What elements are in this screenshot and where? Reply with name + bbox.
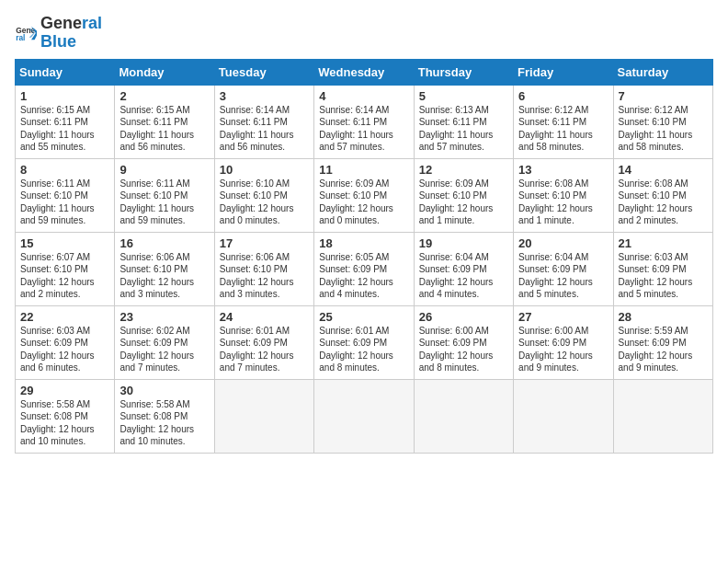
header-monday: Monday (115, 59, 214, 85)
day-info-15: Sunrise: 6:07 AMSunset: 6:10 PMDaylight:… (20, 251, 109, 301)
day-info-4: Sunrise: 6:14 AMSunset: 6:11 PMDaylight:… (319, 104, 408, 154)
day-info-29: Sunrise: 5:58 AMSunset: 6:08 PMDaylight:… (20, 398, 109, 448)
day-cell-17: 17Sunrise: 6:06 AMSunset: 6:10 PMDayligh… (214, 232, 313, 305)
day-cell-12: 12Sunrise: 6:09 AMSunset: 6:10 PMDayligh… (414, 158, 513, 232)
day-info-22: Sunrise: 6:03 AMSunset: 6:09 PMDaylight:… (20, 325, 109, 374)
day-cell-5: 5Sunrise: 6:13 AMSunset: 6:11 PMDaylight… (414, 85, 513, 158)
day-number-25: 25 (319, 310, 408, 324)
day-number-12: 12 (419, 163, 508, 177)
day-info-19: Sunrise: 6:04 AMSunset: 6:09 PMDaylight:… (419, 251, 508, 301)
day-number-26: 26 (419, 310, 508, 324)
day-number-28: 28 (619, 310, 708, 324)
day-number-18: 18 (319, 236, 408, 250)
day-number-19: 19 (419, 236, 508, 250)
day-number-16: 16 (119, 236, 209, 250)
empty-cell (314, 379, 414, 453)
week-row-2: 8Sunrise: 6:11 AMSunset: 6:10 PMDaylight… (16, 158, 713, 232)
day-cell-16: 16Sunrise: 6:06 AMSunset: 6:10 PMDayligh… (115, 232, 214, 305)
week-row-1: 1Sunrise: 6:15 AMSunset: 6:11 PMDaylight… (16, 85, 713, 158)
logo-icon: Gene ral (15, 22, 37, 44)
day-number-30: 30 (119, 384, 209, 397)
header-wednesday: Wednesday (314, 59, 414, 85)
day-number-2: 2 (119, 89, 209, 103)
day-number-27: 27 (518, 310, 608, 324)
empty-cell (613, 379, 712, 453)
week-row-3: 15Sunrise: 6:07 AMSunset: 6:10 PMDayligh… (16, 232, 713, 305)
day-number-9: 9 (119, 163, 209, 177)
day-cell-28: 28Sunrise: 5:59 AMSunset: 6:09 PMDayligh… (613, 305, 712, 379)
day-info-6: Sunrise: 6:12 AMSunset: 6:11 PMDaylight:… (518, 104, 608, 154)
logo: Gene ral GeneralBlue (15, 15, 102, 52)
day-number-24: 24 (220, 310, 309, 324)
day-info-13: Sunrise: 6:08 AMSunset: 6:10 PMDaylight:… (518, 178, 608, 227)
day-info-23: Sunrise: 6:02 AMSunset: 6:09 PMDaylight:… (119, 325, 209, 374)
day-cell-22: 22Sunrise: 6:03 AMSunset: 6:09 PMDayligh… (16, 305, 115, 379)
day-cell-20: 20Sunrise: 6:04 AMSunset: 6:09 PMDayligh… (514, 232, 613, 305)
day-number-5: 5 (419, 89, 508, 103)
day-info-17: Sunrise: 6:06 AMSunset: 6:10 PMDaylight:… (220, 251, 309, 301)
day-info-14: Sunrise: 6:08 AMSunset: 6:10 PMDaylight:… (619, 178, 708, 227)
empty-cell (214, 379, 313, 453)
day-cell-14: 14Sunrise: 6:08 AMSunset: 6:10 PMDayligh… (613, 158, 712, 232)
day-cell-21: 21Sunrise: 6:03 AMSunset: 6:09 PMDayligh… (613, 232, 712, 305)
day-number-3: 3 (220, 89, 309, 103)
day-number-14: 14 (619, 163, 708, 177)
header-saturday: Saturday (613, 59, 712, 85)
day-info-18: Sunrise: 6:05 AMSunset: 6:09 PMDaylight:… (319, 251, 408, 301)
logo-text: GeneralBlue (40, 15, 102, 52)
empty-cell (514, 379, 613, 453)
day-info-26: Sunrise: 6:00 AMSunset: 6:09 PMDaylight:… (419, 325, 508, 374)
header-sunday: Sunday (16, 59, 115, 85)
day-cell-25: 25Sunrise: 6:01 AMSunset: 6:09 PMDayligh… (314, 305, 414, 379)
day-cell-27: 27Sunrise: 6:00 AMSunset: 6:09 PMDayligh… (514, 305, 613, 379)
day-cell-7: 7Sunrise: 6:12 AMSunset: 6:10 PMDaylight… (613, 85, 712, 158)
day-number-29: 29 (20, 384, 109, 397)
header-thursday: Thursday (414, 59, 513, 85)
day-number-22: 22 (20, 310, 109, 324)
day-cell-10: 10Sunrise: 6:10 AMSunset: 6:10 PMDayligh… (214, 158, 313, 232)
day-cell-8: 8Sunrise: 6:11 AMSunset: 6:10 PMDaylight… (16, 158, 115, 232)
day-info-2: Sunrise: 6:15 AMSunset: 6:11 PMDaylight:… (119, 104, 209, 154)
header-friday: Friday (514, 59, 613, 85)
day-number-8: 8 (20, 163, 109, 177)
day-info-10: Sunrise: 6:10 AMSunset: 6:10 PMDaylight:… (220, 178, 309, 227)
day-info-3: Sunrise: 6:14 AMSunset: 6:11 PMDaylight:… (220, 104, 309, 154)
day-number-17: 17 (220, 236, 309, 250)
svg-text:ral: ral (16, 33, 25, 42)
day-cell-15: 15Sunrise: 6:07 AMSunset: 6:10 PMDayligh… (16, 232, 115, 305)
day-info-16: Sunrise: 6:06 AMSunset: 6:10 PMDaylight:… (119, 251, 209, 301)
day-cell-1: 1Sunrise: 6:15 AMSunset: 6:11 PMDaylight… (16, 85, 115, 158)
day-number-23: 23 (119, 310, 209, 324)
day-cell-18: 18Sunrise: 6:05 AMSunset: 6:09 PMDayligh… (314, 232, 414, 305)
day-number-7: 7 (619, 89, 708, 103)
calendar-table: Sunday Monday Tuesday Wednesday Thursday… (15, 59, 713, 454)
day-cell-29: 29Sunrise: 5:58 AMSunset: 6:08 PMDayligh… (16, 379, 115, 453)
day-number-11: 11 (319, 163, 408, 177)
day-info-1: Sunrise: 6:15 AMSunset: 6:11 PMDaylight:… (20, 104, 109, 154)
day-cell-3: 3Sunrise: 6:14 AMSunset: 6:11 PMDaylight… (214, 85, 313, 158)
day-cell-11: 11Sunrise: 6:09 AMSunset: 6:10 PMDayligh… (314, 158, 414, 232)
day-info-8: Sunrise: 6:11 AMSunset: 6:10 PMDaylight:… (20, 178, 109, 227)
day-cell-6: 6Sunrise: 6:12 AMSunset: 6:11 PMDaylight… (514, 85, 613, 158)
day-info-28: Sunrise: 5:59 AMSunset: 6:09 PMDaylight:… (619, 325, 708, 374)
day-number-6: 6 (518, 89, 608, 103)
day-number-21: 21 (619, 236, 708, 250)
day-info-24: Sunrise: 6:01 AMSunset: 6:09 PMDaylight:… (220, 325, 309, 374)
week-row-5: 29Sunrise: 5:58 AMSunset: 6:08 PMDayligh… (16, 379, 713, 453)
day-cell-19: 19Sunrise: 6:04 AMSunset: 6:09 PMDayligh… (414, 232, 513, 305)
day-info-7: Sunrise: 6:12 AMSunset: 6:10 PMDaylight:… (619, 104, 708, 154)
day-number-15: 15 (20, 236, 109, 250)
day-cell-13: 13Sunrise: 6:08 AMSunset: 6:10 PMDayligh… (514, 158, 613, 232)
day-cell-30: 30Sunrise: 5:58 AMSunset: 6:08 PMDayligh… (115, 379, 214, 453)
page-header: Gene ral GeneralBlue (15, 15, 713, 52)
day-info-5: Sunrise: 6:13 AMSunset: 6:11 PMDaylight:… (419, 104, 508, 154)
day-number-4: 4 (319, 89, 408, 103)
day-cell-23: 23Sunrise: 6:02 AMSunset: 6:09 PMDayligh… (115, 305, 214, 379)
day-info-9: Sunrise: 6:11 AMSunset: 6:10 PMDaylight:… (119, 178, 209, 227)
day-info-30: Sunrise: 5:58 AMSunset: 6:08 PMDaylight:… (119, 398, 209, 448)
day-cell-9: 9Sunrise: 6:11 AMSunset: 6:10 PMDaylight… (115, 158, 214, 232)
day-number-1: 1 (20, 89, 109, 103)
day-info-21: Sunrise: 6:03 AMSunset: 6:09 PMDaylight:… (619, 251, 708, 301)
day-number-10: 10 (220, 163, 309, 177)
day-cell-2: 2Sunrise: 6:15 AMSunset: 6:11 PMDaylight… (115, 85, 214, 158)
